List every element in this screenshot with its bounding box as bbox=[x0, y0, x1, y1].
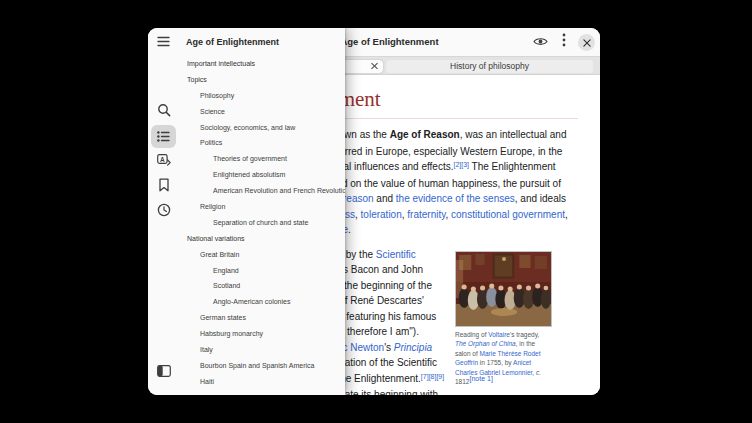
toc-item-england[interactable]: England bbox=[179, 263, 345, 279]
article-link[interactable]: [note 1] bbox=[469, 375, 492, 382]
clock-icon bbox=[157, 203, 171, 221]
text-run: Age of Reason bbox=[390, 129, 460, 140]
reader-view-button[interactable] bbox=[532, 34, 549, 51]
toc-item-theories-of-government[interactable]: Theories of government bbox=[179, 151, 345, 167]
toc-item-philosophy[interactable]: Philosophy bbox=[179, 88, 345, 104]
search-button[interactable] bbox=[151, 100, 176, 123]
toggle-sidebar-button[interactable] bbox=[151, 360, 176, 383]
bookmark-icon bbox=[158, 178, 170, 196]
history-button[interactable] bbox=[151, 200, 176, 223]
toc-item-american-revolution-and-french-revolution[interactable]: American Revolution and French Revolutio… bbox=[179, 183, 345, 199]
toc-item-important-intellectuals[interactable]: Important intellectuals bbox=[179, 56, 345, 72]
toc-item-religion[interactable]: Religion bbox=[179, 199, 345, 215]
window-close-button[interactable] bbox=[578, 34, 595, 51]
tab-close-button[interactable] bbox=[369, 61, 380, 72]
icon-rail: A bbox=[148, 28, 179, 395]
salon-painting-image[interactable] bbox=[455, 251, 552, 327]
article-link[interactable]: The Orphan of China bbox=[455, 340, 516, 347]
toc-item-sociology-economics-and-law[interactable]: Sociology, economics, and law bbox=[179, 120, 345, 136]
list-icon bbox=[157, 128, 170, 146]
languages-button[interactable]: A bbox=[151, 150, 176, 173]
text-run: 's bbox=[384, 342, 394, 353]
translate-icon: A bbox=[157, 153, 171, 171]
toc-item-haiti[interactable]: Haiti bbox=[179, 374, 345, 390]
toc-item-habsburg-monarchy[interactable]: Habsburg monarchy bbox=[179, 326, 345, 342]
sidebar-toggle-icon bbox=[157, 363, 171, 381]
article-link[interactable]: [2][3] bbox=[453, 161, 469, 168]
toc-item-german-states[interactable]: German states bbox=[179, 310, 345, 326]
vertical-dots-icon bbox=[562, 33, 566, 51]
article-link[interactable]: Voltaire bbox=[488, 331, 510, 338]
main-menu-button[interactable] bbox=[151, 30, 176, 53]
toc-item-politics[interactable]: Politics bbox=[179, 135, 345, 151]
article-link[interactable]: fraternity bbox=[407, 209, 445, 220]
menu-button[interactable] bbox=[555, 34, 572, 51]
toc-panel-title: Age of Enlightenment bbox=[179, 28, 345, 56]
toc-panel: Age of Enlightenment Important intellect… bbox=[179, 28, 345, 395]
article-figure: Reading of Voltaire's tragedy, The Orpha… bbox=[455, 251, 552, 387]
article-link[interactable]: the evidence of the senses bbox=[396, 193, 515, 204]
toc-button[interactable] bbox=[151, 125, 176, 148]
toc-item-bourbon-spain-and-spanish-america[interactable]: Bourbon Spain and Spanish America bbox=[179, 358, 345, 374]
close-icon bbox=[583, 33, 591, 51]
toc-item-science[interactable]: Science bbox=[179, 104, 345, 120]
bookmarks-button[interactable] bbox=[151, 175, 176, 198]
text-run: c. bbox=[536, 369, 541, 376]
article-link[interactable]: constitutional government bbox=[451, 209, 565, 220]
toc-item-anglo-american-colonies[interactable]: Anglo-American colonies bbox=[179, 294, 345, 310]
hamburger-icon bbox=[157, 33, 170, 51]
article-link[interactable]: [7][8][9] bbox=[421, 373, 444, 380]
search-icon bbox=[157, 103, 171, 121]
text-run: in 1755, by bbox=[478, 359, 513, 366]
svg-text:A: A bbox=[160, 155, 165, 162]
text-run: and bbox=[374, 193, 396, 204]
app-window: Age of Enlightenment bbox=[148, 28, 600, 395]
toc-list: Important intellectualsTopicsPhilosophyS… bbox=[179, 56, 345, 395]
article-link[interactable]: reason bbox=[343, 193, 374, 204]
tab-label: History of philosophy bbox=[450, 61, 529, 71]
text-run: . bbox=[348, 224, 351, 235]
toc-item-separation-of-church-and-state[interactable]: Separation of church and state bbox=[179, 215, 345, 231]
toc-item-enlightened-absolutism[interactable]: Enlightened absolutism bbox=[179, 167, 345, 183]
figure-caption: Reading of Voltaire's tragedy, The Orpha… bbox=[455, 330, 552, 387]
toc-item-italy[interactable]: Italy bbox=[179, 342, 345, 358]
toc-item-national-variations[interactable]: National variations bbox=[179, 231, 345, 247]
header-actions bbox=[532, 28, 595, 56]
toc-item-great-britain[interactable]: Great Britain bbox=[179, 247, 345, 263]
tab-history-of-philosophy[interactable]: History of philosophy bbox=[386, 60, 593, 73]
toc-item-topics[interactable]: Topics bbox=[179, 72, 345, 88]
text-run: 1812 bbox=[455, 378, 469, 385]
text-run: Reading of bbox=[455, 331, 488, 338]
article-link[interactable]: toleration bbox=[361, 209, 402, 220]
text-run: 's tragedy, bbox=[510, 331, 539, 338]
toc-item-scotland[interactable]: Scotland bbox=[179, 278, 345, 294]
eye-icon bbox=[533, 33, 548, 51]
